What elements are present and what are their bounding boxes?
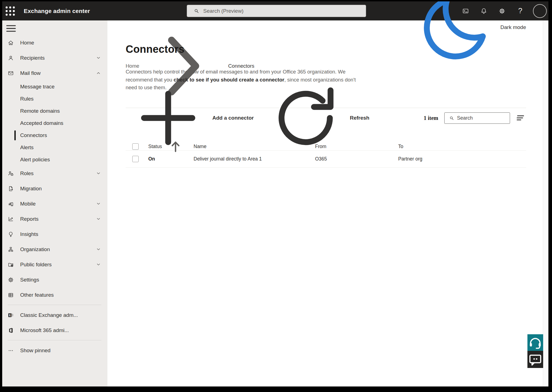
to-header-label: To — [398, 144, 403, 149]
organization-icon — [8, 246, 20, 252]
waffle-icon — [4, 5, 17, 17]
sidebar-item-alerts[interactable]: Alerts — [2, 141, 107, 154]
sidebar-item-organization[interactable]: Organization — [2, 242, 107, 257]
row-from: O365 — [308, 156, 392, 162]
sidebar-item-label: Mobile — [20, 201, 36, 207]
sidebar-item-insights[interactable]: Insights — [2, 227, 107, 242]
sidebar-item-settings[interactable]: Settings — [2, 272, 107, 287]
sidebar-item-label: Organization — [20, 246, 50, 252]
chevron-down-icon — [96, 262, 101, 267]
row-checkbox[interactable] — [132, 156, 139, 162]
sidebar-nav: HomeRecipientsMail flowMessage traceRule… — [2, 20, 107, 386]
reports-icon — [8, 216, 20, 222]
sidebar-item-connectors[interactable]: Connectors — [2, 129, 107, 141]
sidebar-item-alert-policies[interactable]: Alert policies — [2, 154, 107, 166]
sidebar-item-label: Reports — [20, 216, 39, 222]
sidebar-item-mail-flow[interactable]: Mail flow — [2, 65, 107, 81]
other-features-icon — [8, 292, 20, 298]
moon-icon — [414, 1, 497, 69]
sidebar-item-other-features[interactable]: Other features — [2, 287, 107, 302]
app-launcher-button[interactable] — [4, 1, 17, 20]
help-button[interactable]: ? — [515, 4, 526, 18]
chevron-down-icon — [96, 201, 101, 206]
sort-ascending-icon — [164, 135, 187, 158]
list-search-box — [444, 112, 510, 124]
chevron-down-icon — [96, 217, 101, 221]
search-icon — [194, 8, 199, 14]
add-connector-label: Add a connector — [212, 115, 254, 121]
list-search-input[interactable] — [457, 115, 507, 121]
sidebar-item-mobile[interactable]: Mobile — [2, 196, 107, 211]
sidebar-item-remote-domains[interactable]: Remote domains — [2, 105, 107, 117]
dark-mode-label: Dark mode — [500, 24, 526, 30]
app-title: Exchange admin center — [24, 8, 90, 14]
ellipsis-icon — [8, 348, 20, 354]
public-folders-icon — [8, 262, 20, 268]
sidebar-item-label: Remote domains — [20, 108, 60, 114]
sidebar-item-reports[interactable]: Reports — [2, 211, 107, 227]
column-header-to[interactable]: To — [392, 144, 526, 149]
page-title: Connectors — [126, 43, 184, 55]
settings-button[interactable] — [496, 4, 508, 18]
sidebar-item-label: Show pinned — [20, 348, 51, 354]
chevron-up-icon — [96, 71, 101, 75]
global-search-input[interactable] — [203, 8, 361, 14]
sidebar-item-public-folders[interactable]: Public folders — [2, 257, 107, 272]
scrollbar-track[interactable] — [543, 20, 548, 386]
sidebar-item-label: Mail flow — [20, 70, 41, 76]
home-icon — [8, 40, 20, 46]
account-avatar[interactable] — [533, 4, 547, 18]
sidebar-item-label: Connectors — [20, 132, 47, 138]
sidebar-item-label: Roles — [20, 170, 34, 177]
status-header-label: Status — [148, 144, 162, 149]
sidebar-item-label: Classic Exchange adm... — [20, 312, 78, 318]
column-header-status[interactable]: Status — [142, 135, 187, 158]
row-name: Deliver journal directly to Area 1 — [187, 156, 308, 162]
filter-lines-icon — [515, 112, 526, 123]
m365-icon — [8, 327, 20, 333]
sidebar-item-message-trace[interactable]: Message trace — [2, 81, 107, 93]
sidebar-item-label: Rules — [20, 96, 34, 102]
main-content: Home Connectors Dark mode Connectors Con… — [107, 20, 543, 386]
sidebar-item-classic-exchange-adm[interactable]: EClassic Exchange adm... — [2, 307, 107, 323]
sidebar-item-migration[interactable]: Migration — [2, 181, 107, 196]
person-icon — [8, 55, 20, 61]
sidebar-item-label: Insights — [20, 231, 38, 237]
help-support-button[interactable] — [527, 334, 543, 351]
header-checkbox-cell — [126, 143, 142, 150]
from-header-label: From — [315, 144, 326, 149]
sidebar-item-home[interactable]: Home — [2, 35, 107, 50]
mobile-icon — [8, 201, 20, 207]
row-to: Partner org — [392, 156, 526, 162]
sidebar-item-accepted-domains[interactable]: Accepted domains — [2, 117, 107, 129]
sidebar-item-label: Recipients — [20, 55, 45, 61]
filter-sort-button[interactable] — [515, 112, 526, 123]
table-header-row: Status Name From To — [126, 135, 526, 151]
sidebar-item-show-pinned[interactable]: Show pinned — [2, 343, 107, 358]
chevron-down-icon — [96, 171, 101, 176]
sidebar-item-label: Alert policies — [20, 157, 50, 163]
app-window: Exchange admin center ? HomeRecipientsMa… — [2, 1, 548, 386]
select-all-checkbox[interactable] — [132, 143, 139, 150]
dark-mode-toggle[interactable]: Dark mode — [414, 22, 526, 32]
sidebar-item-recipients[interactable]: Recipients — [2, 50, 107, 65]
sidebar-item-label: Microsoft 365 admi... — [20, 327, 69, 333]
sidebar-item-label: Public folders — [20, 262, 52, 268]
selected-indicator — [14, 130, 16, 140]
column-header-from[interactable]: From — [308, 144, 392, 149]
feedback-button[interactable] — [527, 351, 543, 368]
sidebar-item-roles[interactable]: Roles — [2, 166, 107, 181]
name-header-label: Name — [194, 144, 207, 149]
migration-icon — [8, 186, 20, 192]
roles-icon — [8, 170, 20, 177]
sidebar-item-label: Settings — [20, 277, 39, 283]
collapse-nav-button[interactable] — [5, 22, 17, 35]
gear-icon — [499, 8, 505, 14]
insights-icon — [8, 231, 20, 237]
item-count: 1 item — [424, 115, 438, 121]
sidebar-item-rules[interactable]: Rules — [2, 93, 107, 105]
sidebar-item-label: Migration — [20, 186, 42, 192]
column-header-name[interactable]: Name — [187, 144, 308, 149]
sidebar-item-label: Message trace — [20, 84, 55, 90]
sidebar-item-microsoft-365-admi[interactable]: Microsoft 365 admi... — [2, 323, 107, 338]
